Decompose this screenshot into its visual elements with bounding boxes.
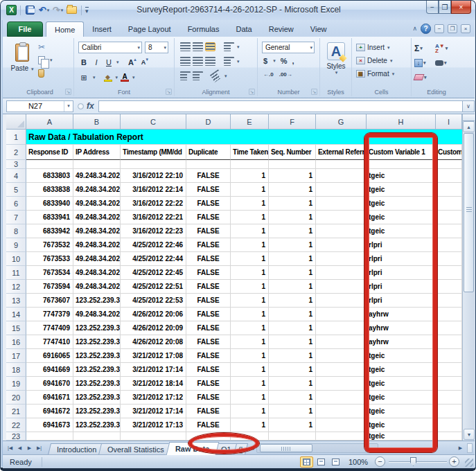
- grid-cell[interactable]: [316, 294, 367, 308]
- grid-cell[interactable]: 1: [269, 418, 316, 432]
- row-header-13[interactable]: 13: [6, 294, 26, 308]
- grid-cell[interactable]: ayhrw: [367, 335, 436, 349]
- tab-split-handle[interactable]: [467, 443, 473, 453]
- column-header-A[interactable]: A: [26, 114, 73, 130]
- row-header-3[interactable]: 3: [6, 160, 26, 169]
- grid-cell[interactable]: [436, 280, 462, 294]
- grid-cell[interactable]: [121, 160, 186, 169]
- grid-cell[interactable]: 7673532: [26, 238, 73, 252]
- grid-cell[interactable]: [231, 160, 269, 169]
- grid-cell[interactable]: [436, 391, 462, 405]
- grid-cell[interactable]: [436, 197, 462, 211]
- row-header-23[interactable]: 23: [6, 432, 26, 441]
- row-header-19[interactable]: 19: [6, 377, 26, 391]
- grid-cell[interactable]: 3/16/2012 22:22: [121, 197, 186, 211]
- grid-cell[interactable]: ayhrw: [367, 308, 436, 321]
- grid-cell[interactable]: 1: [231, 363, 269, 377]
- grid-cell[interactable]: [269, 160, 316, 169]
- workbook-close-button[interactable]: ×: [461, 24, 470, 33]
- grid-cell[interactable]: [73, 160, 121, 169]
- row-header-21[interactable]: 21: [6, 405, 26, 418]
- grid-cell[interactable]: 123.252.239.3: [73, 335, 121, 349]
- grid-cell[interactable]: 3/16/2012 22:21: [121, 211, 186, 224]
- grid-cell[interactable]: [26, 160, 73, 169]
- row-header-22[interactable]: 22: [6, 418, 26, 432]
- tab-formulas[interactable]: Formulas: [179, 21, 228, 37]
- zoom-in-button[interactable]: +: [449, 456, 459, 467]
- grid-cell[interactable]: 6833940: [26, 197, 73, 211]
- grid-cell[interactable]: tgeic: [367, 197, 436, 211]
- grid-cell[interactable]: [436, 321, 462, 335]
- column-header-B[interactable]: B: [73, 114, 121, 130]
- grid-cell[interactable]: [316, 266, 367, 280]
- grid-cell[interactable]: [436, 363, 462, 377]
- grid-cell[interactable]: [316, 349, 367, 363]
- expand-formula-bar-icon[interactable]: ∨: [462, 100, 475, 112]
- grid-cell[interactable]: FALSE: [186, 405, 231, 418]
- grid-cell[interactable]: 1: [269, 266, 316, 280]
- grid-cell[interactable]: [316, 321, 367, 335]
- scroll-up-button[interactable]: ▲: [463, 121, 475, 132]
- row-header-6[interactable]: 6: [6, 197, 26, 211]
- grid-cell[interactable]: [316, 238, 367, 252]
- sort-filter-button[interactable]: A▼Z▾: [435, 44, 456, 53]
- page-layout-view-button[interactable]: [315, 456, 328, 468]
- next-sheet-button[interactable]: ▶: [25, 443, 34, 453]
- grid-cell[interactable]: 1: [231, 252, 269, 266]
- grid-cell[interactable]: tgeic: [367, 363, 436, 377]
- grid-cell[interactable]: 123.252.239.3: [73, 405, 121, 418]
- row-header-4[interactable]: 4: [6, 169, 26, 183]
- column-title-cell[interactable]: Response ID: [26, 145, 73, 160]
- row-header-1[interactable]: 1: [6, 130, 26, 145]
- grid-cell[interactable]: [436, 405, 462, 418]
- grid-cell[interactable]: tgeic: [367, 183, 436, 197]
- grid-cell[interactable]: 7747409: [26, 321, 73, 335]
- row-header-20[interactable]: 20: [6, 391, 26, 405]
- grid-cell[interactable]: FALSE: [186, 280, 231, 294]
- grid-cell[interactable]: 7673607: [26, 294, 73, 308]
- grid-cell[interactable]: 1: [231, 266, 269, 280]
- fill-button[interactable]: ↓▾: [414, 59, 435, 67]
- comma-button[interactable]: ,: [292, 57, 294, 65]
- tab-data[interactable]: Data: [227, 21, 260, 37]
- grid-cell[interactable]: 49.248.34.202: [73, 280, 121, 294]
- grid-cell[interactable]: 1: [269, 280, 316, 294]
- grid-cell[interactable]: 49.248.34.202: [73, 197, 121, 211]
- grid-cell[interactable]: [316, 405, 367, 418]
- grid-cell[interactable]: 6941670: [26, 377, 73, 391]
- grid-cell[interactable]: 7747379: [26, 308, 73, 321]
- tab-scroll-right-icon[interactable]: ▶: [456, 443, 465, 453]
- increase-decimal-button[interactable]: ←.0: [263, 71, 274, 78]
- grid-cell[interactable]: [316, 391, 367, 405]
- grid-cell[interactable]: 1: [269, 321, 316, 335]
- normal-view-button[interactable]: [300, 456, 313, 468]
- grid-cell[interactable]: 6833942: [26, 224, 73, 238]
- grid-cell[interactable]: FALSE: [186, 211, 231, 224]
- grid-cell[interactable]: 1: [231, 418, 269, 432]
- select-all-corner[interactable]: [6, 114, 26, 130]
- grid-cell[interactable]: [436, 335, 462, 349]
- grid-cell[interactable]: [436, 377, 462, 391]
- grid-cell[interactable]: 1: [231, 211, 269, 224]
- grid-cell[interactable]: [316, 224, 367, 238]
- grid-cell[interactable]: 1: [231, 197, 269, 211]
- row-header-15[interactable]: 15: [6, 321, 26, 335]
- horizontal-scroll-thumb[interactable]: [260, 444, 312, 452]
- minimize-button[interactable]: −: [426, 1, 439, 14]
- row-header-11[interactable]: 11: [6, 266, 26, 280]
- wrap-text-button[interactable]: [210, 69, 224, 82]
- grid-cell[interactable]: 4/26/2012 20:09: [121, 321, 186, 335]
- vertical-scroll-thumb[interactable]: [464, 133, 474, 292]
- grid-cell[interactable]: FALSE: [186, 183, 231, 197]
- find-select-button[interactable]: ▾: [435, 60, 456, 66]
- font-color-button[interactable]: A: [121, 73, 129, 82]
- formula-input[interactable]: [98, 100, 462, 112]
- sheet-tab-raw-data[interactable]: Raw Data: [166, 442, 219, 455]
- grid-cell[interactable]: 1: [231, 183, 269, 197]
- grid-cell[interactable]: 123.252.239.3: [73, 349, 121, 363]
- grid-cell[interactable]: FALSE: [186, 252, 231, 266]
- grid-cell[interactable]: 1: [269, 377, 316, 391]
- grid-cell[interactable]: [367, 160, 436, 169]
- grid-cell[interactable]: FALSE: [186, 308, 231, 321]
- grid-cell[interactable]: 1: [231, 405, 269, 418]
